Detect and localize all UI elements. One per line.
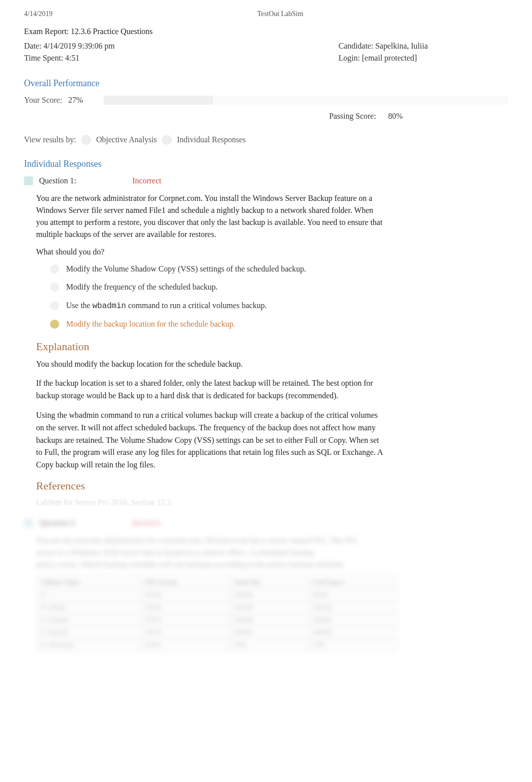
- table-cell: 500GB: [230, 626, 308, 638]
- table-header: Used Space: [308, 576, 396, 588]
- answer-text: Use the wbadmin command to run a critica…: [66, 300, 387, 312]
- table-row: E: (Data2)NTFS500GB300GB: [37, 613, 397, 626]
- radio-individual-responses[interactable]: [162, 135, 172, 145]
- question-status-icon: [24, 176, 33, 185]
- correct-answer-icon: [50, 320, 59, 329]
- time-spent: Time Spent: 4:51: [24, 52, 115, 64]
- table-cell: 2TB: [230, 638, 308, 651]
- explanation-heading: Explanation: [36, 340, 387, 353]
- question-status-icon: [24, 518, 33, 528]
- print-date: 4/14/2019: [24, 10, 53, 18]
- answer-text: Modify the Volume Shadow Copy (VSS) sett…: [66, 264, 387, 275]
- blurred-line: server is a Windows 2016 server that is …: [36, 547, 387, 559]
- exam-date: Date: 4/14/2019 9:39:06 pm: [24, 40, 115, 52]
- table-cell: 200GB: [308, 626, 396, 638]
- question-status: Incorrect: [132, 176, 161, 185]
- app-title: TestOut LabSim: [257, 10, 303, 18]
- answer-text: Modify the backup location for the sched…: [66, 319, 387, 330]
- table-cell: 1TB: [308, 638, 396, 651]
- question-number: Question 1:: [39, 176, 76, 185]
- overall-performance-heading: Overall Performance: [24, 78, 508, 89]
- table-header: Total Size: [230, 576, 308, 588]
- table-cell: NTFS: [141, 588, 230, 601]
- score-bar: [104, 96, 508, 105]
- blurred-line: policy exists. Which backup schedule wil…: [36, 559, 387, 571]
- passing-score-label: Passing Score:: [329, 112, 376, 120]
- score-fill: [104, 96, 213, 105]
- references-heading: References: [36, 479, 387, 492]
- answer-option: Modify the frequency of the scheduled ba…: [50, 282, 387, 293]
- answer-bullet-icon: [50, 283, 59, 292]
- table-cell: F: (Data3): [37, 626, 141, 638]
- your-score-value: 27%: [68, 96, 83, 105]
- exam-report-title: Exam Report: 12.3.6 Practice Questions: [24, 27, 508, 36]
- table-cell: 500GB: [230, 613, 308, 626]
- objective-analysis-label[interactable]: Objective Analysis: [96, 135, 157, 144]
- table-cell: 500GB: [230, 601, 308, 613]
- table-row: C:NTFS100GB40GB: [37, 588, 397, 601]
- code-word: wbadmin: [92, 302, 126, 311]
- table-cell: NTFS: [141, 613, 230, 626]
- answer-option: Use the wbadmin command to run a critica…: [50, 300, 387, 312]
- explanation-paragraph: You should modify the backup location fo…: [36, 358, 387, 371]
- table-cell: 40GB: [308, 588, 396, 601]
- table-cell: D: (Data): [37, 601, 141, 613]
- explanation-paragraph: If the backup location is set to a share…: [36, 377, 387, 402]
- answer-option: Modify the Volume Shadow Copy (VSS) sett…: [50, 264, 387, 275]
- question-prompt: What should you do?: [36, 247, 387, 256]
- login-email: Login: [email protected]: [339, 52, 428, 64]
- question-number: Question 2:: [39, 518, 76, 528]
- table-cell: C:: [37, 588, 141, 601]
- candidate-name: Candidate: Sapelkina, Iuliia: [339, 40, 428, 52]
- table-cell: 100GB: [230, 588, 308, 601]
- individual-responses-heading: Individual Responses: [24, 159, 508, 169]
- table-cell: 300GB: [308, 613, 396, 626]
- table-header: Volume Name: [37, 576, 141, 588]
- answer-bullet-icon: [50, 265, 59, 274]
- table-cell: 250GB: [308, 601, 396, 613]
- table-header: File System: [141, 576, 230, 588]
- passing-score-value: 80%: [388, 112, 403, 120]
- table-row: F: (Data3)NTFS500GB200GB: [37, 626, 397, 638]
- view-results-label: View results by:: [24, 135, 76, 144]
- radio-objective-analysis[interactable]: [81, 135, 91, 145]
- answer-bullet-icon: [50, 301, 59, 310]
- table-cell: NTFS: [141, 601, 230, 613]
- question-status: Incorrect: [132, 518, 161, 528]
- answer-option-correct: Modify the backup location for the sched…: [50, 319, 387, 330]
- individual-responses-label[interactable]: Individual Responses: [177, 135, 245, 144]
- explanation-paragraph: Using the wbadmin command to run a criti…: [36, 409, 387, 471]
- blurred-table: Volume Name File System Total Size Used …: [36, 576, 397, 651]
- your-score-label: Your Score:: [24, 96, 62, 105]
- table-cell: NTFS: [141, 626, 230, 638]
- answer-text: Modify the frequency of the scheduled ba…: [66, 282, 387, 293]
- blurred-question-2: Question 2: Incorrect You are the networ…: [24, 518, 508, 651]
- blurred-line: You are the network administrator for we…: [36, 535, 387, 547]
- table-cell: E: (Data2): [37, 613, 141, 626]
- reference-text: LabSim for Server Pro 2016, Section 12.3…: [36, 496, 387, 508]
- table-row: D: (Data)NTFS500GB250GB: [37, 601, 397, 613]
- question-text: You are the network administrator for Co…: [36, 192, 387, 240]
- table-row: G: (Backup)NTFS2TB1TB: [37, 638, 397, 651]
- table-cell: NTFS: [141, 638, 230, 651]
- table-cell: G: (Backup): [37, 638, 141, 651]
